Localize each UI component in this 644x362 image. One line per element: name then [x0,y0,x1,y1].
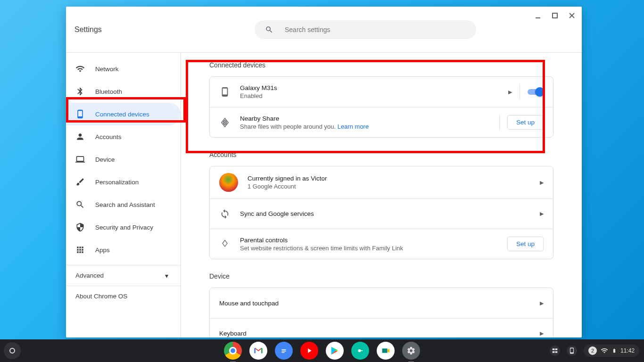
search-bar[interactable] [255,20,476,39]
sidebar-item-apps[interactable]: Apps [66,239,181,261]
launcher-button[interactable] [4,342,21,359]
shelf-app-teal[interactable] [351,342,369,360]
sidebar-advanced[interactable]: Advanced ▾ [66,265,181,286]
sidebar-item-device[interactable]: Device [66,148,181,171]
sidebar-item-label: Apps [95,247,110,254]
signed-in-subtitle: 1 Google Account [248,183,530,190]
shelf-chrome[interactable] [224,342,242,360]
svg-point-7 [358,349,361,352]
shelf-youtube[interactable] [300,342,318,360]
sidebar-item-label: Search and Assistant [95,201,155,208]
bluetooth-icon [75,87,85,96]
shelf: 2 11:42 [0,339,644,362]
connected-phone-row[interactable]: Galaxy M31s Enabled ▶ [210,77,553,107]
person-icon [75,132,85,141]
svg-rect-9 [382,348,388,353]
svg-rect-10 [553,348,555,350]
close-button[interactable] [568,11,576,20]
chevron-right-icon: ▶ [540,330,544,337]
chevron-down-icon: ▾ [165,272,168,280]
sidebar-item-label: Security and Privacy [95,224,153,231]
content: Connected devices Galaxy M31s Enabled ▶ [181,53,582,337]
phone-toggle[interactable] [528,87,544,97]
battery-icon [612,347,617,354]
sidebar-item-label: Personalization [95,179,139,186]
nearby-learn-more-link[interactable]: Learn more [338,123,369,130]
shelf-docs[interactable] [275,342,293,360]
shelf-settings[interactable] [402,342,420,360]
phone-name: Galaxy M31s [240,84,499,91]
parental-setup-button[interactable]: Set up [507,237,544,251]
chevron-right-icon: ▶ [508,89,512,95]
signed-in-title: Currently signed in as Victor [248,175,530,182]
shelf-gmail[interactable] [249,342,267,360]
brush-icon [75,177,85,187]
chevron-right-icon: ▶ [540,300,544,306]
section-title-accounts: Accounts [209,151,553,158]
svg-rect-1 [553,13,557,18]
notification-badge[interactable]: 2 [588,346,597,355]
sidebar-item-label: Network [95,66,119,73]
svg-rect-13 [555,351,558,353]
clock: 11:42 [620,347,635,354]
accounts-card: Currently signed in as Victor 1 Google A… [209,166,553,259]
nearby-share-row: Nearby Share Share files with people aro… [210,107,553,137]
nearby-share-icon [219,117,231,128]
shelf-play-store[interactable] [326,342,344,360]
settings-window: Settings Network Bluetooth Connected dev… [66,7,582,337]
shield-icon [75,222,85,232]
laptop-icon [75,155,85,164]
sync-icon [219,208,231,220]
window-controls [534,11,576,20]
connected-devices-card: Galaxy M31s Enabled ▶ Nearby Share Share… [209,76,553,138]
tray-overview-icon[interactable] [550,346,560,356]
shelf-meet[interactable] [377,342,395,360]
device-card: Mouse and touchpad ▶ Keyboard ▶ [209,288,553,337]
nearby-subtitle: Share files with people around you. Lear… [240,123,490,130]
parental-controls-row: Parental controls Set website restrictio… [210,229,553,259]
app-title: Settings [74,25,102,34]
section-title-connected-devices: Connected devices [209,61,553,69]
kite-icon [219,239,231,250]
parental-title: Parental controls [240,237,498,244]
phone-icon [75,109,85,119]
status-tray[interactable]: 2 11:42 [550,345,639,357]
maximize-button[interactable] [551,11,559,20]
sidebar-about[interactable]: About Chrome OS [66,286,181,306]
sidebar-item-personalization[interactable]: Personalization [66,171,181,193]
signed-in-row[interactable]: Currently signed in as Victor 1 Google A… [210,166,553,198]
sidebar-item-accounts[interactable]: Accounts [66,125,181,148]
apps-icon [75,245,85,255]
sidebar-item-security-privacy[interactable]: Security and Privacy [66,216,181,239]
sidebar-item-label: Accounts [95,133,122,140]
row-title: Keyboard [219,330,530,337]
sidebar-item-label: Connected devices [95,111,149,118]
tray-phone-icon[interactable] [567,346,577,356]
search-icon [75,200,85,209]
phone-icon [219,86,231,98]
mouse-touchpad-row[interactable]: Mouse and touchpad ▶ [210,288,553,318]
wifi-icon [75,64,85,74]
sidebar-item-network[interactable]: Network [66,58,181,80]
sidebar-item-label: Bluetooth [95,88,122,95]
nearby-setup-button[interactable]: Set up [507,115,544,130]
minimize-button[interactable] [534,11,542,20]
search-input[interactable] [285,26,466,33]
avatar [219,173,238,192]
svg-rect-4 [282,349,286,350]
svg-rect-8 [361,350,363,351]
sync-row[interactable]: Sync and Google services ▶ [210,198,553,229]
sidebar-item-search-assistant[interactable]: Search and Assistant [66,193,181,216]
section-title-device: Device [209,272,553,280]
sidebar: Network Bluetooth Connected devices Acco… [66,53,181,337]
parental-subtitle: Set website restrictions & screen time l… [240,245,498,252]
svg-rect-11 [555,348,558,350]
header: Settings [66,7,582,53]
svg-rect-6 [282,352,285,353]
phone-status: Enabled [240,92,499,99]
keyboard-row[interactable]: Keyboard ▶ [210,318,553,337]
sidebar-item-label: Device [95,156,115,163]
sidebar-item-connected-devices[interactable]: Connected devices [66,103,181,125]
sidebar-item-bluetooth[interactable]: Bluetooth [66,80,181,103]
wifi-icon [601,347,608,354]
